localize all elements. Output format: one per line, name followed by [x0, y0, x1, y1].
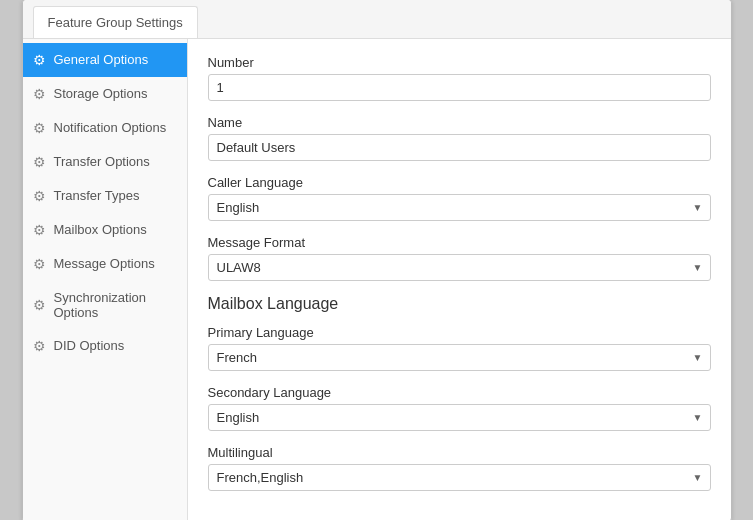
- mailbox-language-section-title: Mailbox Language: [208, 295, 711, 313]
- sidebar-item-transfer-options[interactable]: ⚙ Transfer Options: [23, 145, 187, 179]
- sidebar-item-mailbox-options[interactable]: ⚙ Mailbox Options: [23, 213, 187, 247]
- tab-bar: Feature Group Settings: [23, 0, 731, 39]
- sidebar-item-synchronization-options[interactable]: ⚙ Synchronization Options: [23, 281, 187, 329]
- sidebar-item-storage-options[interactable]: ⚙ Storage Options: [23, 77, 187, 111]
- primary-language-field-group: Primary Language French English Spanish: [208, 325, 711, 371]
- primary-language-select-wrapper: French English Spanish: [208, 344, 711, 371]
- message-format-field-group: Message Format ULAW8 ALAW8 MP3: [208, 235, 711, 281]
- sidebar-item-did-options[interactable]: ⚙ DID Options: [23, 329, 187, 363]
- number-field-group: Number: [208, 55, 711, 101]
- secondary-language-label: Secondary Language: [208, 385, 711, 400]
- gear-icon-transfer: ⚙: [33, 154, 46, 170]
- gear-icon-message: ⚙: [33, 256, 46, 272]
- multilingual-select-wrapper: French,English English,French English: [208, 464, 711, 491]
- sidebar-item-general-options[interactable]: ⚙ General Options: [23, 43, 187, 77]
- sidebar-label-message-options: Message Options: [54, 256, 155, 271]
- sidebar-label-transfer-types: Transfer Types: [54, 188, 140, 203]
- sidebar-item-message-options[interactable]: ⚙ Message Options: [23, 247, 187, 281]
- sidebar-label-did-options: DID Options: [54, 338, 125, 353]
- gear-icon-sync: ⚙: [33, 297, 46, 313]
- name-input[interactable]: [208, 134, 711, 161]
- tab-feature-group-settings[interactable]: Feature Group Settings: [33, 6, 198, 38]
- gear-icon-did: ⚙: [33, 338, 46, 354]
- gear-icon-storage: ⚙: [33, 86, 46, 102]
- name-field-group: Name: [208, 115, 711, 161]
- caller-language-select[interactable]: English French Spanish: [208, 194, 711, 221]
- primary-language-select[interactable]: French English Spanish: [208, 344, 711, 371]
- gear-icon-mailbox: ⚙: [33, 222, 46, 238]
- gear-icon-transfer-types: ⚙: [33, 188, 46, 204]
- sidebar: ⚙ General Options ⚙ Storage Options ⚙ No…: [23, 39, 188, 521]
- message-format-label: Message Format: [208, 235, 711, 250]
- primary-language-label: Primary Language: [208, 325, 711, 340]
- secondary-language-field-group: Secondary Language English French Spanis…: [208, 385, 711, 431]
- number-input[interactable]: [208, 74, 711, 101]
- gear-icon-notification: ⚙: [33, 120, 46, 136]
- gear-icon-general: ⚙: [33, 52, 46, 68]
- number-label: Number: [208, 55, 711, 70]
- multilingual-label: Multilingual: [208, 445, 711, 460]
- sidebar-label-general-options: General Options: [54, 52, 149, 67]
- sidebar-label-storage-options: Storage Options: [54, 86, 148, 101]
- message-format-select[interactable]: ULAW8 ALAW8 MP3: [208, 254, 711, 281]
- secondary-language-select[interactable]: English French Spanish: [208, 404, 711, 431]
- message-format-select-wrapper: ULAW8 ALAW8 MP3: [208, 254, 711, 281]
- sidebar-item-notification-options[interactable]: ⚙ Notification Options: [23, 111, 187, 145]
- caller-language-select-wrapper: English French Spanish: [208, 194, 711, 221]
- content-area: Number Name Caller Language English Fren…: [188, 39, 731, 521]
- sidebar-label-mailbox-options: Mailbox Options: [54, 222, 147, 237]
- caller-language-label: Caller Language: [208, 175, 711, 190]
- sidebar-label-transfer-options: Transfer Options: [54, 154, 150, 169]
- name-label: Name: [208, 115, 711, 130]
- tab-label: Feature Group Settings: [48, 15, 183, 30]
- sidebar-item-transfer-types[interactable]: ⚙ Transfer Types: [23, 179, 187, 213]
- secondary-language-select-wrapper: English French Spanish: [208, 404, 711, 431]
- multilingual-field-group: Multilingual French,English English,Fren…: [208, 445, 711, 491]
- sidebar-label-synchronization-options: Synchronization Options: [54, 290, 177, 320]
- feature-group-settings-panel: Feature Group Settings ⚙ General Options…: [22, 0, 732, 520]
- multilingual-select[interactable]: French,English English,French English: [208, 464, 711, 491]
- sidebar-label-notification-options: Notification Options: [54, 120, 167, 135]
- caller-language-field-group: Caller Language English French Spanish: [208, 175, 711, 221]
- main-layout: ⚙ General Options ⚙ Storage Options ⚙ No…: [23, 39, 731, 521]
